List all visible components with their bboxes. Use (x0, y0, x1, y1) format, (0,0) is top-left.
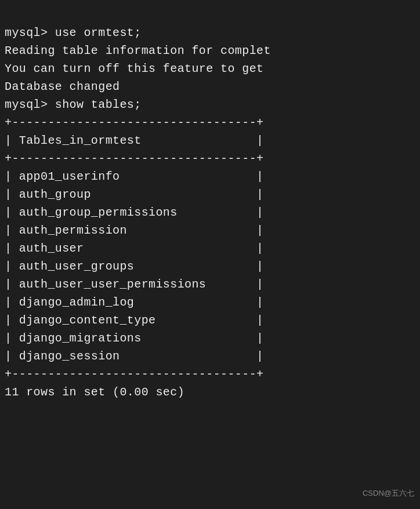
terminal-line: Database changed (5, 78, 415, 96)
terminal-line: | django_session | (5, 347, 415, 365)
terminal-line: mysql> use ormtest; (5, 24, 415, 42)
terminal-line: | Tables_in_ormtest | (5, 132, 415, 150)
terminal-line: | auth_user_groups | (5, 257, 415, 275)
terminal-line: | django_admin_log | (5, 293, 415, 311)
terminal-output: mysql> use ormtest;Reading table informa… (5, 6, 415, 401)
terminal-line: | auth_group | (5, 186, 415, 203)
terminal-line: mysql> show tables; (5, 96, 415, 114)
terminal-line: | django_content_type | (5, 311, 415, 329)
terminal-line: Reading table information for complet (5, 42, 415, 60)
terminal-line: | auth_permission | (5, 221, 415, 239)
terminal-line: | auth_user | (5, 239, 415, 257)
terminal-line: | auth_user_user_permissions | (5, 275, 415, 293)
terminal-line: +----------------------------------+ (5, 150, 415, 168)
terminal-line: | app01_userinfo | (5, 168, 415, 186)
watermark: CSDN@五六七 (363, 488, 414, 499)
terminal-line: You can turn off this feature to get (5, 60, 415, 78)
terminal-line: | auth_group_permissions | (5, 203, 415, 221)
terminal-line: 11 rows in set (0.00 sec) (5, 383, 415, 401)
terminal-line: +----------------------------------+ (5, 365, 415, 383)
terminal-line: +----------------------------------+ (5, 114, 415, 132)
terminal-line: | django_migrations | (5, 329, 415, 347)
